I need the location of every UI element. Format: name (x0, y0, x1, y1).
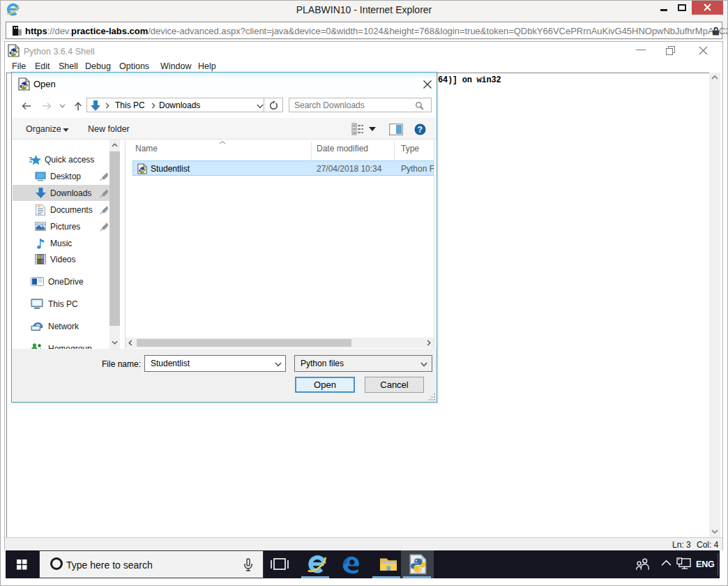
svg-text:?: ? (417, 125, 423, 135)
